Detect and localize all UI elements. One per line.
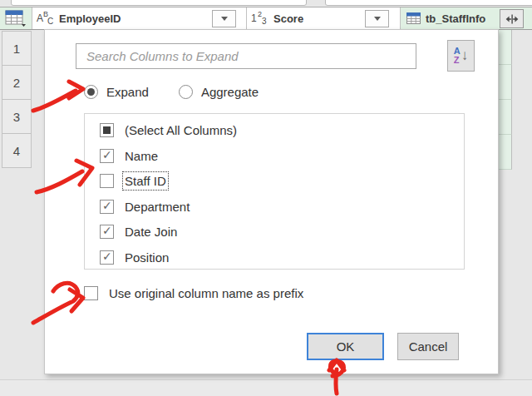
staffinfo-cell-fragment [499,135,512,170]
expand-column-dialog: A Z ↓ Expand Aggregate (Select All Colum… [44,29,499,374]
grid-header-row: A B C EmployeeID 1 2 3 Score [0,7,532,30]
column-header-tb-staffinfo[interactable]: tb_StaffInfo [401,7,532,29]
staffinfo-cell-fragment [499,65,512,100]
chevron-down-icon [221,17,228,21]
column-name: EmployeeID [59,12,121,25]
checkbox-staff-id[interactable] [100,174,114,188]
select-all-table-button[interactable] [0,7,32,29]
expand-column-icon [505,14,519,24]
staffinfo-cell-fragment [499,30,512,65]
sort-az-button[interactable]: A Z ↓ [447,40,475,72]
column-filter-dropdown-button[interactable] [365,10,389,27]
status-bar-fragment [0,379,532,396]
column-name: tb_StaffInfo [426,12,485,25]
number-type-icon: 1 2 3 [251,11,268,26]
column-option-select-all[interactable]: (Select All Columns) [100,121,237,139]
expand-column-button[interactable] [500,9,524,28]
row-header-3[interactable]: 3 [2,99,32,134]
table-grid-icon [5,10,27,27]
mode-radio-group: Expand Aggregate [84,85,280,99]
ok-button[interactable]: OK [307,333,384,360]
table-type-icon [406,12,421,24]
row-header-4[interactable]: 4 [2,133,32,168]
column-option-staff-id[interactable]: Staff ID [100,171,166,190]
formula-bar-fragment-2 [325,0,532,6]
prefix-option-row[interactable]: Use original column name as prefix [84,286,303,300]
column-header-score[interactable]: 1 2 3 Score [247,7,401,29]
column-header-employeeid[interactable]: A B C EmployeeID [32,7,247,29]
checkbox-position[interactable] [100,250,114,265]
column-option-position[interactable]: Position [100,248,169,266]
checkbox-name[interactable] [100,149,114,163]
power-query-editor: A B C EmployeeID 1 2 3 Score [0,0,532,396]
checkbox-department[interactable] [100,200,114,214]
staffinfo-cell-fragment [499,100,512,135]
cancel-button[interactable]: Cancel [397,333,459,360]
checkbox-use-prefix[interactable] [84,286,98,300]
arrow-down-icon: ↓ [461,47,469,64]
checkbox-select-all[interactable] [100,123,114,137]
radio-expand-label[interactable]: Expand [106,85,149,99]
radio-expand[interactable] [84,85,98,99]
chevron-down-icon [374,17,381,21]
checkbox-date-join[interactable] [100,225,114,239]
columns-listbox: (Select All Columns) Name Staff ID Depar… [84,113,465,270]
column-option-name[interactable]: Name [100,146,158,165]
text-type-icon: A B C [37,11,54,26]
sort-az-icon: A Z [454,47,461,65]
column-name: Score [273,12,303,25]
row-header-1[interactable]: 1 [2,31,32,66]
column-filter-dropdown-button[interactable] [212,10,236,27]
radio-aggregate-label[interactable]: Aggregate [201,85,259,99]
column-option-department[interactable]: Department [100,197,190,215]
column-option-date-join[interactable]: Date Join [100,222,177,240]
formula-bar-fragment [11,0,307,6]
radio-aggregate[interactable] [179,85,193,99]
chevron-down-icon [22,24,26,27]
row-header-2[interactable]: 2 [2,65,32,100]
search-columns-input[interactable] [76,43,416,69]
